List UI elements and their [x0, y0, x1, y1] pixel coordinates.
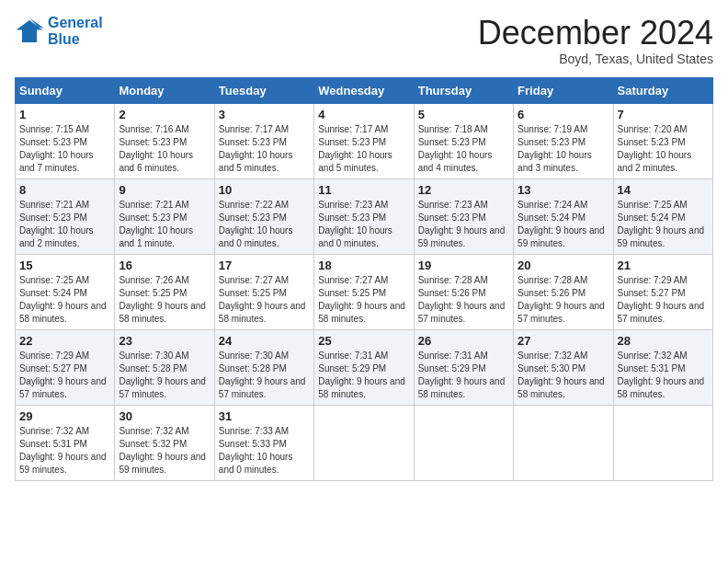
- location: Boyd, Texas, United States: [478, 52, 713, 66]
- day-number: 6: [518, 108, 609, 121]
- day-info: Sunrise: 7:23 AMSunset: 5:23 PMDaylight:…: [418, 199, 509, 250]
- weekday-header: Sunday: [16, 77, 115, 103]
- calendar-cell: 16 Sunrise: 7:26 AMSunset: 5:25 PMDaylig…: [115, 254, 214, 329]
- day-info: Sunrise: 7:20 AMSunset: 5:23 PMDaylight:…: [618, 123, 709, 175]
- weekday-header: Monday: [115, 77, 214, 103]
- day-number: 5: [418, 108, 509, 121]
- calendar-cell: 2 Sunrise: 7:16 AMSunset: 5:23 PMDayligh…: [115, 103, 214, 178]
- calendar-cell: 8 Sunrise: 7:21 AMSunset: 5:23 PMDayligh…: [16, 178, 115, 254]
- calendar-cell: 25 Sunrise: 7:31 AMSunset: 5:29 PMDaylig…: [314, 329, 414, 405]
- calendar-cell: 31 Sunrise: 7:33 AMSunset: 5:33 PMDaylig…: [214, 405, 313, 480]
- day-info: Sunrise: 7:32 AMSunset: 5:31 PMDaylight:…: [19, 425, 110, 477]
- day-info: Sunrise: 7:23 AMSunset: 5:23 PMDaylight:…: [318, 199, 409, 250]
- day-info: Sunrise: 7:27 AMSunset: 5:25 PMDaylight:…: [219, 274, 310, 326]
- calendar-week-row: 22 Sunrise: 7:29 AMSunset: 5:27 PMDaylig…: [16, 329, 713, 405]
- calendar-cell: 1 Sunrise: 7:15 AMSunset: 5:23 PMDayligh…: [16, 103, 115, 178]
- day-info: Sunrise: 7:18 AMSunset: 5:23 PMDaylight:…: [418, 123, 509, 175]
- day-info: Sunrise: 7:25 AMSunset: 5:24 PMDaylight:…: [19, 274, 110, 326]
- calendar-week-row: 29 Sunrise: 7:32 AMSunset: 5:31 PMDaylig…: [16, 405, 713, 480]
- calendar-cell: 10 Sunrise: 7:22 AMSunset: 5:23 PMDaylig…: [214, 178, 313, 254]
- logo-line2: Blue: [48, 31, 103, 48]
- day-number: 30: [119, 409, 210, 423]
- day-info: Sunrise: 7:26 AMSunset: 5:25 PMDaylight:…: [119, 274, 210, 326]
- day-number: 26: [418, 334, 509, 348]
- day-number: 3: [219, 108, 310, 121]
- day-number: 15: [19, 259, 110, 272]
- calendar-cell: 13 Sunrise: 7:24 AMSunset: 5:24 PMDaylig…: [514, 178, 613, 254]
- calendar-cell: 12 Sunrise: 7:23 AMSunset: 5:23 PMDaylig…: [414, 178, 513, 254]
- day-info: Sunrise: 7:21 AMSunset: 5:23 PMDaylight:…: [19, 199, 110, 250]
- day-number: 25: [318, 334, 409, 348]
- day-number: 31: [219, 409, 310, 423]
- calendar-cell: 30 Sunrise: 7:32 AMSunset: 5:32 PMDaylig…: [115, 405, 214, 480]
- day-number: 22: [19, 334, 110, 348]
- day-info: Sunrise: 7:17 AMSunset: 5:23 PMDaylight:…: [219, 123, 310, 175]
- day-number: 20: [518, 259, 609, 272]
- day-info: Sunrise: 7:30 AMSunset: 5:28 PMDaylight:…: [119, 350, 210, 401]
- calendar-cell: 3 Sunrise: 7:17 AMSunset: 5:23 PMDayligh…: [214, 103, 313, 178]
- calendar-cell: 7 Sunrise: 7:20 AMSunset: 5:23 PMDayligh…: [613, 103, 712, 178]
- weekday-header: Wednesday: [314, 77, 414, 103]
- day-number: 9: [119, 183, 210, 197]
- day-info: Sunrise: 7:32 AMSunset: 5:32 PMDaylight:…: [119, 425, 210, 477]
- day-info: Sunrise: 7:28 AMSunset: 5:26 PMDaylight:…: [518, 274, 609, 326]
- day-info: Sunrise: 7:22 AMSunset: 5:23 PMDaylight:…: [219, 199, 310, 250]
- day-info: Sunrise: 7:16 AMSunset: 5:23 PMDaylight:…: [119, 123, 210, 175]
- calendar-week-row: 8 Sunrise: 7:21 AMSunset: 5:23 PMDayligh…: [16, 178, 713, 254]
- calendar-cell: 19 Sunrise: 7:28 AMSunset: 5:26 PMDaylig…: [414, 254, 513, 329]
- day-number: 27: [518, 334, 609, 348]
- day-number: 10: [219, 183, 310, 197]
- calendar-week-row: 1 Sunrise: 7:15 AMSunset: 5:23 PMDayligh…: [16, 103, 713, 178]
- day-info: Sunrise: 7:25 AMSunset: 5:24 PMDaylight:…: [618, 199, 709, 250]
- day-number: 7: [618, 108, 709, 121]
- calendar-cell: 23 Sunrise: 7:30 AMSunset: 5:28 PMDaylig…: [115, 329, 214, 405]
- day-number: 4: [318, 108, 409, 121]
- day-number: 16: [119, 259, 210, 272]
- calendar-cell: [314, 405, 414, 480]
- calendar-cell: 20 Sunrise: 7:28 AMSunset: 5:26 PMDaylig…: [514, 254, 613, 329]
- day-number: 1: [19, 108, 110, 121]
- day-info: Sunrise: 7:17 AMSunset: 5:23 PMDaylight:…: [318, 123, 409, 175]
- day-number: 18: [318, 259, 409, 272]
- weekday-header: Saturday: [613, 77, 712, 103]
- day-info: Sunrise: 7:33 AMSunset: 5:33 PMDaylight:…: [219, 425, 310, 477]
- day-info: Sunrise: 7:32 AMSunset: 5:30 PMDaylight:…: [518, 350, 609, 401]
- calendar-cell: 11 Sunrise: 7:23 AMSunset: 5:23 PMDaylig…: [314, 178, 414, 254]
- calendar-cell: [514, 405, 613, 480]
- day-info: Sunrise: 7:31 AMSunset: 5:29 PMDaylight:…: [418, 350, 509, 401]
- day-info: Sunrise: 7:32 AMSunset: 5:31 PMDaylight:…: [618, 350, 709, 401]
- title-area: December 2024 Boyd, Texas, United States: [478, 15, 713, 66]
- weekday-header: Thursday: [414, 77, 513, 103]
- calendar-cell: [414, 405, 513, 480]
- day-number: 12: [418, 183, 509, 197]
- calendar-cell: 29 Sunrise: 7:32 AMSunset: 5:31 PMDaylig…: [16, 405, 115, 480]
- calendar-cell: 15 Sunrise: 7:25 AMSunset: 5:24 PMDaylig…: [16, 254, 115, 329]
- calendar-week-row: 15 Sunrise: 7:25 AMSunset: 5:24 PMDaylig…: [16, 254, 713, 329]
- calendar-cell: 14 Sunrise: 7:25 AMSunset: 5:24 PMDaylig…: [613, 178, 712, 254]
- day-number: 21: [618, 259, 709, 272]
- calendar-cell: 4 Sunrise: 7:17 AMSunset: 5:23 PMDayligh…: [314, 103, 414, 178]
- day-number: 8: [19, 183, 110, 197]
- calendar-cell: 21 Sunrise: 7:29 AMSunset: 5:27 PMDaylig…: [613, 254, 712, 329]
- day-number: 17: [219, 259, 310, 272]
- calendar-cell: 26 Sunrise: 7:31 AMSunset: 5:29 PMDaylig…: [414, 329, 513, 405]
- day-info: Sunrise: 7:29 AMSunset: 5:27 PMDaylight:…: [19, 350, 110, 401]
- day-number: 19: [418, 259, 509, 272]
- weekday-header: Tuesday: [214, 77, 313, 103]
- day-info: Sunrise: 7:30 AMSunset: 5:28 PMDaylight:…: [219, 350, 310, 401]
- calendar-cell: 24 Sunrise: 7:30 AMSunset: 5:28 PMDaylig…: [214, 329, 313, 405]
- calendar-cell: 18 Sunrise: 7:27 AMSunset: 5:25 PMDaylig…: [314, 254, 414, 329]
- day-info: Sunrise: 7:15 AMSunset: 5:23 PMDaylight:…: [19, 123, 110, 175]
- calendar-cell: 27 Sunrise: 7:32 AMSunset: 5:30 PMDaylig…: [514, 329, 613, 405]
- day-info: Sunrise: 7:29 AMSunset: 5:27 PMDaylight:…: [618, 274, 709, 326]
- day-number: 2: [119, 108, 210, 121]
- month-title: December 2024: [478, 15, 713, 52]
- day-info: Sunrise: 7:27 AMSunset: 5:25 PMDaylight:…: [318, 274, 409, 326]
- day-number: 11: [318, 183, 409, 197]
- calendar-cell: 28 Sunrise: 7:32 AMSunset: 5:31 PMDaylig…: [613, 329, 712, 405]
- calendar-cell: 9 Sunrise: 7:21 AMSunset: 5:23 PMDayligh…: [115, 178, 214, 254]
- calendar-cell: 22 Sunrise: 7:29 AMSunset: 5:27 PMDaylig…: [16, 329, 115, 405]
- header: General Blue December 2024 Boyd, Texas, …: [15, 15, 713, 66]
- day-info: Sunrise: 7:31 AMSunset: 5:29 PMDaylight:…: [318, 350, 409, 401]
- calendar-cell: 17 Sunrise: 7:27 AMSunset: 5:25 PMDaylig…: [214, 254, 313, 329]
